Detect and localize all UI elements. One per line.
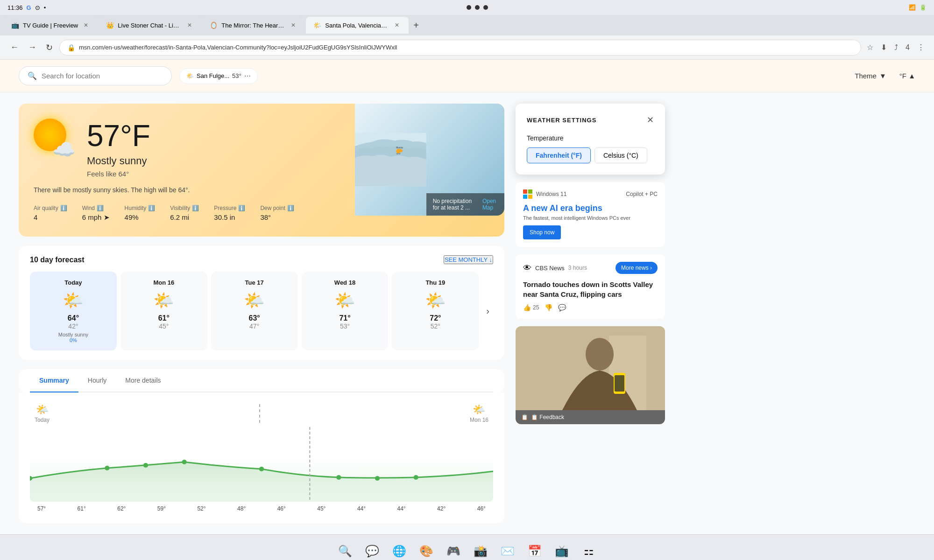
news-comment-button[interactable]: 💬 [558,304,566,311]
unit-toggle-button[interactable]: °F ▲ [899,72,915,80]
forecast-next-button[interactable]: › [482,272,493,350]
chart-temp-8: 44° [357,505,366,512]
svg-point-10 [336,475,341,480]
forecast-days: Today 🌤️ 64° 42° Mostly sunny 0% Mon 16 … [30,272,493,350]
tab-tv-guide[interactable]: 📺 TV Guide | Freeview ✕ [4,17,98,34]
address-bar: ← → ↻ 🔒 msn.com/en-us/weather/forecast/i… [0,35,934,60]
tab-mirror-close[interactable]: ✕ [289,21,297,29]
news-like-button[interactable]: 👍 25 [523,304,539,311]
status-bar: 11:36 G ⊙ • 📶 🔋 [0,0,934,15]
chart-temp-7: 45° [317,505,325,512]
taskbar-google-icon[interactable]: 🔍 [335,541,355,560]
notification-dot: • [44,4,46,11]
forecast-day-today[interactable]: Today 🌤️ 64° 42° Mostly sunny 0% [30,272,117,350]
feels-like-label: Feels like [87,170,116,178]
taskbar-photos-icon[interactable]: 📸 [471,541,490,560]
forecast-day-wed18[interactable]: Wed 18 🌤️ 71° 53° [302,272,389,350]
new-tab-button[interactable]: + [410,18,423,33]
taskbar-chrome-icon[interactable]: 🌐 [389,541,409,560]
search-box[interactable]: 🔍 [19,66,172,85]
ad-section: Windows 11 Copilot + PC A new AI era beg… [516,182,665,247]
forecast-title: 10 day forecast [30,256,85,264]
share-button[interactable]: ⤴ [892,41,900,54]
settings-popup: WEATHER SETTINGS ✕ Temperature Fahrenhei… [516,104,665,175]
svg-text:53°F: 53°F [396,153,400,155]
weather-search-bar: 🔍 🌤️ San Fulge... 53° ⋯ Theme ▼ °F ▲ [0,60,934,92]
forecast-day-thu19[interactable]: Thu 19 🌤️ 72° 52° [392,272,479,350]
news-dislike-button[interactable]: 👎 [545,304,552,311]
settings-close-button[interactable]: ✕ [647,115,654,125]
tab-live-stoner[interactable]: 👑 Live Stoner Chat - Live Sto... ✕ [99,17,201,34]
tab-santa-pola-label: Santa Pola, Valencian Com... [325,22,389,29]
fahrenheit-option[interactable]: Fahrenheit (°F) [527,147,591,163]
tab-santa-pola-close[interactable]: ✕ [393,21,401,29]
forecast-thu19-label: Thu 19 [397,279,473,286]
status-center [467,5,488,10]
forecast-wed18-low: 53° [307,322,383,330]
stat-air-quality-label: Air quality ℹ️ [34,205,67,211]
tab-mirror[interactable]: 🪞 The Mirror: The Heart of Br... ✕ [202,17,305,34]
chart-temp-labels: 57° 61° 62° 59° 52° 48° 46° 45° 44° 44° … [30,502,493,512]
url-actions: ☆ ⬇ ⤴ 4 ⋮ [865,41,927,54]
settings-title: WEATHER SETTINGS [527,117,596,124]
tab-hourly[interactable]: Hourly [78,369,116,392]
stat-wind: Wind ℹ️ 6 mph ➤ [82,205,110,222]
current-description: Mostly sunny [87,155,150,167]
theme-button[interactable]: Theme ▼ [849,68,892,84]
tab-summary[interactable]: Summary [30,369,78,392]
news-source-label: CBS News [535,265,565,272]
taskbar-google-apps-icon[interactable]: 🎨 [417,541,436,560]
news-section: 👁 CBS News 3 hours More news › Tornado t… [516,254,665,319]
pill-more-button[interactable]: ⋯ [244,72,251,80]
taskbar-youtube-icon[interactable]: 📺 [552,541,572,560]
forecast-section: 10 day forecast SEE MONTHLY ↓ Today 🌤️ 6… [19,246,504,360]
stat-visibility-value: 6.2 mi [170,213,199,221]
url-bar[interactable]: 🔒 msn.com/en-us/weather/forecast/in-Sant… [59,40,861,56]
taskbar-messages-icon[interactable]: 💬 [362,541,382,560]
tab-more-details[interactable]: More details [116,369,170,392]
header-right: Theme ▼ °F ▲ [849,68,915,84]
forecast-today-low: 42° [35,322,111,330]
open-map-link[interactable]: Open Map [482,198,498,211]
tab-live-stoner-close[interactable]: ✕ [185,21,194,29]
video-section[interactable]: 📋 📋 Feedback [516,326,665,424]
location-pill-sanfulge[interactable]: 🌤️ San Fulge... 53° ⋯ [179,68,258,84]
forecast-day-tue17[interactable]: Tue 17 🌤️ 63° 47° [211,272,298,350]
pill-icon: 🌤️ [186,72,194,79]
menu-button[interactable]: ⋮ [915,41,927,54]
status-indicator: ⊙ [35,4,40,11]
tab-tv-guide-icon: 📺 [11,21,19,29]
refresh-button[interactable]: ↻ [43,40,56,56]
time-display: 11:36 [7,4,23,11]
bookmark-button[interactable]: ☆ [865,41,875,54]
secure-icon: 🔒 [67,44,75,51]
chart-svg [30,427,493,502]
tab-santa-pola[interactable]: 🌤️ Santa Pola, Valencian Com... ✕ [306,17,409,34]
chart-area: 🌤️ Today 🌤️ Mon 16 [19,392,504,523]
taskbar-calendar-icon[interactable]: 📅 [525,541,545,560]
search-input[interactable] [42,72,163,80]
chart-sun-icon-today: 🌤️ [36,404,49,416]
ad-shop-button[interactable]: Shop now [523,225,561,239]
back-button[interactable]: ← [7,40,21,55]
more-news-button[interactable]: More news › [616,262,658,274]
download-button[interactable]: ⬇ [879,41,889,54]
chart-sun-icon-mon16: 🌤️ [473,404,485,416]
forecast-day-mon16[interactable]: Mon 16 🌤️ 61° 45° [120,272,207,350]
taskbar-apps-icon[interactable]: ⚏ [579,541,599,560]
see-monthly-button[interactable]: SEE MONTHLY ↓ [444,255,493,264]
taskbar-play-icon[interactable]: 🎮 [444,541,463,560]
taskbar-gmail-icon[interactable]: ✉️ [498,541,517,560]
forecast-thu19-high: 72° [397,314,473,322]
celsius-option[interactable]: Celsius (°C) [594,147,647,163]
forward-button[interactable]: → [25,40,39,55]
chart-today-label: Today [35,417,50,423]
svg-point-7 [143,463,148,468]
stat-pressure-value: 30.5 in [214,213,245,221]
ad-top: Windows 11 Copilot + PC [523,189,658,199]
profile-button[interactable]: 4 [904,41,912,54]
tab-bar: 📺 TV Guide | Freeview ✕ 👑 Live Stoner Ch… [0,15,934,35]
chart-temp-5: 48° [237,505,246,512]
app-container: 🔍 🌤️ San Fulge... 53° ⋯ Theme ▼ °F ▲ [0,60,934,534]
tab-tv-guide-close[interactable]: ✕ [82,21,90,29]
